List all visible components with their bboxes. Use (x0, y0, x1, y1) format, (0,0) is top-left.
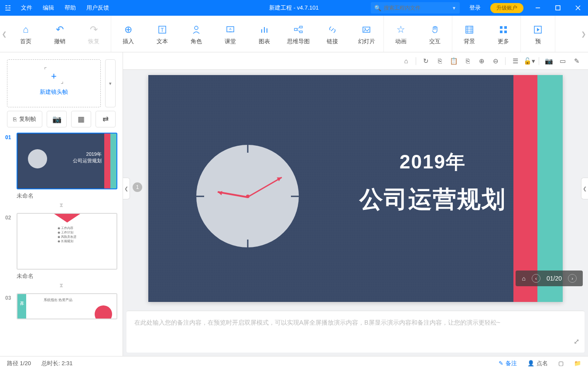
new-frame-dropdown[interactable]: ▾ (105, 59, 116, 107)
star-icon: ☆ (397, 23, 405, 37)
svg-rect-16 (300, 31, 302, 33)
clock-graphic (196, 145, 299, 247)
new-frame-button[interactable]: + 新建镜头帧 (7, 59, 101, 107)
tool-background[interactable]: 背景 (452, 16, 486, 52)
app-logo-icon: ☳ (0, 4, 16, 12)
notes-toggle-button[interactable]: ✎备注 (499, 360, 517, 367)
minimize-button[interactable] (528, 0, 548, 16)
folder-button[interactable]: 📁 (574, 360, 581, 367)
slide-thumbnail-2[interactable]: ◉ 工作内容◉ 工作计划◉ 风险及改进◉ 长期规划 (17, 213, 117, 270)
menu-feedback[interactable]: 用户反馈 (81, 4, 114, 12)
titlebar: ☳ 文件 编辑 帮助 用户反馈 新建工程 - v4.7.101 🔍 ▼ 登录 升… (0, 0, 588, 16)
expand-icon[interactable]: ⤢ (574, 336, 579, 348)
statusbar: 路径 1/20 总时长: 2:31 ✎备注 👤点名 ▢ 📁 (0, 356, 588, 370)
nav-prev-button[interactable]: ‹ (532, 274, 540, 283)
collapse-right-button[interactable]: ❮ (581, 178, 588, 199)
chart-icon (260, 23, 269, 37)
copy-frame-button[interactable]: ⎘复制帧 (7, 111, 42, 127)
tool-link[interactable]: 链接 (315, 16, 349, 52)
path-icon: ⇄ (103, 115, 109, 124)
tool-slides[interactable]: 幻灯片 (349, 16, 383, 52)
ct-camera-icon[interactable]: 📷 (543, 55, 555, 67)
tool-role[interactable]: 角色 (179, 16, 213, 52)
tool-text[interactable]: T文本 (145, 16, 179, 52)
qr-button[interactable]: ▦ (71, 111, 91, 127)
ct-frame-icon[interactable]: ▭ (557, 55, 569, 67)
ribbon-scroll-right[interactable]: ❯ (579, 16, 588, 52)
svg-marker-32 (537, 28, 540, 31)
hand-icon (430, 23, 440, 37)
status-duration: 总时长: 2:31 (41, 360, 73, 367)
copy-icon: ⎘ (13, 116, 17, 123)
ct-home-icon[interactable]: ⌂ (400, 55, 412, 67)
plus-icon: + (51, 71, 57, 82)
ct-copy-icon[interactable]: ⎘ (434, 55, 446, 67)
page-indicator: 01/20 (547, 275, 562, 282)
screen-icon: ▢ (558, 360, 564, 367)
nav-home-icon[interactable]: ⌂ (522, 275, 525, 282)
tool-more[interactable]: 更多 (486, 16, 520, 52)
mindmap-icon (294, 23, 303, 37)
tool-class[interactable]: 课堂 (213, 16, 247, 52)
ct-zoomout-icon[interactable]: ⊖ (489, 55, 502, 67)
notes-placeholder: 在此处输入您的备注内容，在预览时开启双屏模式，可以实现A屏全屏播放演示内容，B屏… (134, 319, 500, 326)
slides-icon (362, 23, 371, 37)
slide-thumbnail-3[interactable]: 工作 系统指出 热资产品 (17, 293, 117, 319)
close-button[interactable] (568, 0, 588, 16)
qr-icon: ▦ (78, 115, 85, 124)
menu-help[interactable]: 帮助 (59, 4, 81, 12)
path-button[interactable]: ⇄ (96, 111, 116, 127)
tool-home[interactable]: ⌂首页 (9, 16, 43, 52)
canvas-area: ⌂ ↻ ⎘ 📋 ⎘ ⊕ ⊖ ☰ 🔓▾ 📷 ▭ ✎ ❮ ❮ 1 (123, 52, 588, 356)
camera-button[interactable]: 📷 (47, 111, 67, 127)
ct-rotate-icon[interactable]: ↻ (420, 55, 432, 67)
tool-redo[interactable]: ↷恢复 (77, 16, 111, 52)
rollcall-button[interactable]: 👤点名 (527, 360, 548, 367)
collapse-left-button[interactable]: ❮ (123, 178, 130, 199)
svg-rect-29 (500, 31, 503, 33)
svg-rect-15 (300, 26, 302, 28)
tool-animation[interactable]: ☆动画 (384, 16, 418, 52)
slide-number: 02 (5, 213, 14, 221)
tool-chart[interactable]: 图表 (247, 16, 281, 52)
ct-clip-icon[interactable]: ⎘ (462, 55, 474, 67)
screen-button[interactable]: ▢ (558, 360, 564, 367)
search-box[interactable]: 🔍 ▼ (371, 2, 460, 14)
search-input[interactable] (384, 5, 449, 11)
canvas[interactable]: ❮ ❮ 1 2019年 公司运营规划 ⌂ ‹ 01/20 (123, 70, 588, 307)
decor-stripe-red (513, 75, 537, 302)
svg-rect-27 (500, 26, 503, 29)
tool-undo[interactable]: ↶撤销 (43, 16, 77, 52)
nav-next-button[interactable]: › (568, 274, 577, 283)
svg-point-20 (365, 28, 366, 29)
undo-icon: ↶ (56, 23, 64, 37)
search-dropdown-icon[interactable]: ▼ (449, 6, 456, 10)
login-button[interactable]: 登录 (464, 4, 486, 12)
tool-mindmap[interactable]: 思维导图 (281, 16, 315, 52)
ribbon-scroll-left[interactable]: ❮ (0, 16, 9, 52)
slide-thumbnail-1[interactable]: 2019年公司运营规划 (17, 133, 117, 189)
ct-paste-icon[interactable]: 📋 (448, 55, 460, 67)
link-icon (328, 23, 337, 37)
svg-line-17 (297, 27, 300, 29)
transition-icon[interactable]: ⧗ (5, 202, 117, 209)
step-indicator: 1 (133, 182, 142, 192)
ct-lock-icon[interactable]: 🔓▾ (523, 55, 535, 67)
slide-canvas[interactable]: 2019年 公司运营规划 (148, 75, 563, 302)
redo-icon: ↷ (90, 23, 98, 37)
menu-file[interactable]: 文件 (16, 4, 38, 12)
tool-preview[interactable]: 预 (521, 16, 555, 52)
maximize-button[interactable] (548, 0, 568, 16)
ct-zoomin-icon[interactable]: ⊕ (475, 55, 488, 67)
transition-icon[interactable]: ⧗ (5, 282, 117, 289)
menu-edit[interactable]: 编辑 (38, 4, 59, 12)
status-path: 路径 1/20 (7, 360, 31, 367)
notes-panel[interactable]: 在此处输入您的备注内容，在预览时开启双屏模式，可以实现A屏全屏播放演示内容，B屏… (126, 311, 585, 353)
slide-label: 未命名 (17, 192, 117, 200)
upgrade-button[interactable]: 升级账户 (490, 3, 523, 13)
tool-insert[interactable]: ⊕插入 (111, 16, 145, 52)
ct-align-icon[interactable]: ☰ (509, 55, 521, 67)
tool-interact[interactable]: 交互 (418, 16, 452, 52)
svg-rect-14 (294, 28, 297, 31)
ct-edit-icon[interactable]: ✎ (571, 55, 583, 67)
